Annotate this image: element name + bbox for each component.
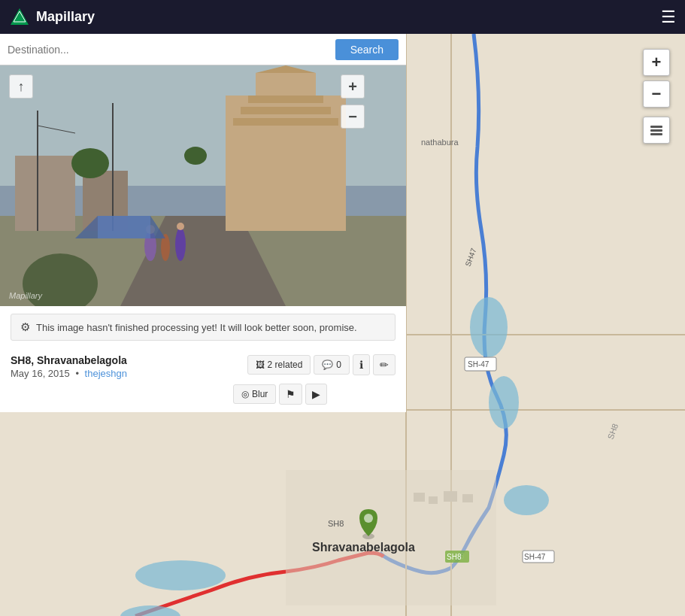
svg-rect-57 <box>98 216 150 238</box>
map-container[interactable]: SH47 SH-47 SH8 SH8 SH8 SH-47 SH8 Shravan… <box>0 34 685 616</box>
blur-icon: ◎ <box>241 389 249 399</box>
svg-point-30 <box>364 514 373 523</box>
image-icon: 🖼 <box>256 360 265 370</box>
svg-point-10 <box>135 560 226 590</box>
map-zoom-in-button[interactable]: + <box>643 49 670 76</box>
svg-rect-41 <box>248 96 323 103</box>
svg-point-52 <box>175 228 186 261</box>
primary-actions: 🖼 2 related 💬 0 ℹ ✏ <box>247 354 396 375</box>
svg-point-54 <box>71 148 109 178</box>
svg-rect-25 <box>429 496 438 504</box>
play-button[interactable]: ▶ <box>305 384 327 405</box>
edit-icon: ✏ <box>380 359 389 371</box>
comment-icon: 💬 <box>322 360 333 370</box>
flag-icon: ⚑ <box>286 388 296 400</box>
svg-rect-44 <box>15 156 75 231</box>
play-icon: ▶ <box>312 388 320 400</box>
logo-text: Mapillary <box>36 9 95 25</box>
secondary-actions: ◎ Blur ⚑ ▶ <box>0 382 406 412</box>
svg-rect-12 <box>286 470 496 605</box>
svg-point-53 <box>177 223 184 230</box>
location-name: SH8, Shravanabelagola <box>11 354 127 366</box>
svg-rect-26 <box>444 491 457 502</box>
svg-rect-27 <box>462 494 473 502</box>
svg-rect-32 <box>650 129 662 132</box>
edit-button[interactable]: ✏ <box>373 354 396 375</box>
info-button[interactable]: ℹ <box>353 354 370 375</box>
svg-text:SH-47: SH-47 <box>524 553 546 561</box>
svg-text:SH8: SH8 <box>328 519 344 528</box>
mapillary-logo-icon <box>9 7 30 28</box>
comment-count: 0 <box>336 360 341 370</box>
street-photo <box>0 65 406 306</box>
left-panel: ▲ <box>0 65 406 412</box>
logo-area: Mapillary <box>9 7 95 28</box>
photo-date: May 16, 2015 <box>11 368 70 379</box>
photo-zoom-in-button[interactable]: + <box>341 74 365 99</box>
blur-button[interactable]: ◎ Blur <box>233 384 276 404</box>
gear-icon: ⚙ <box>20 320 30 334</box>
photo-zoom-out-button[interactable]: − <box>341 105 365 129</box>
svg-point-7 <box>470 297 508 357</box>
svg-point-9 <box>504 485 549 515</box>
svg-rect-33 <box>650 133 662 135</box>
svg-rect-42 <box>241 107 331 114</box>
svg-rect-24 <box>414 493 425 502</box>
svg-point-55 <box>184 147 207 165</box>
search-button[interactable]: Search <box>335 39 399 60</box>
processing-text: This image hasn't finished processing ye… <box>36 322 357 333</box>
flag-button[interactable]: ⚑ <box>279 384 302 405</box>
dot-separator: • <box>75 368 79 379</box>
related-button[interactable]: 🖼 2 related <box>247 355 311 375</box>
photo-user-link[interactable]: thejeshgn <box>85 368 127 379</box>
mapillary-watermark: Mapillary <box>9 291 42 300</box>
search-bar: Search <box>0 34 406 65</box>
hamburger-menu-button[interactable]: ☰ <box>661 8 676 27</box>
destination-input[interactable] <box>8 44 329 56</box>
photo-date-user: May 16, 2015 • thejeshgn <box>11 368 127 379</box>
comment-button[interactable]: 💬 0 <box>314 355 350 375</box>
header: Mapillary ☰ <box>0 0 685 34</box>
svg-rect-43 <box>233 118 338 126</box>
layers-icon <box>649 123 664 138</box>
svg-point-8 <box>489 376 519 429</box>
map-zoom-out-button[interactable]: − <box>643 80 670 108</box>
svg-text:Shravanabelagola: Shravanabelagola <box>312 541 415 554</box>
photo-navigate-button[interactable]: ↑ <box>9 74 33 99</box>
map-layers-button[interactable] <box>643 117 670 144</box>
info-icon: ℹ <box>359 359 363 371</box>
related-count: 2 related <box>268 360 303 370</box>
svg-text:SH-47: SH-47 <box>468 360 490 369</box>
photo-viewer: + − ↑ Mapillary <box>0 65 406 306</box>
blur-label: Blur <box>252 389 268 399</box>
svg-rect-31 <box>650 126 662 128</box>
svg-text:nathabura: nathabura <box>421 138 459 147</box>
svg-text:SH8: SH8 <box>447 553 462 561</box>
map-location-pin <box>356 508 380 542</box>
processing-notice: ⚙ This image hasn't finished processing … <box>11 314 396 341</box>
photo-metadata: SH8, Shravanabelagola May 16, 2015 • the… <box>11 354 127 379</box>
